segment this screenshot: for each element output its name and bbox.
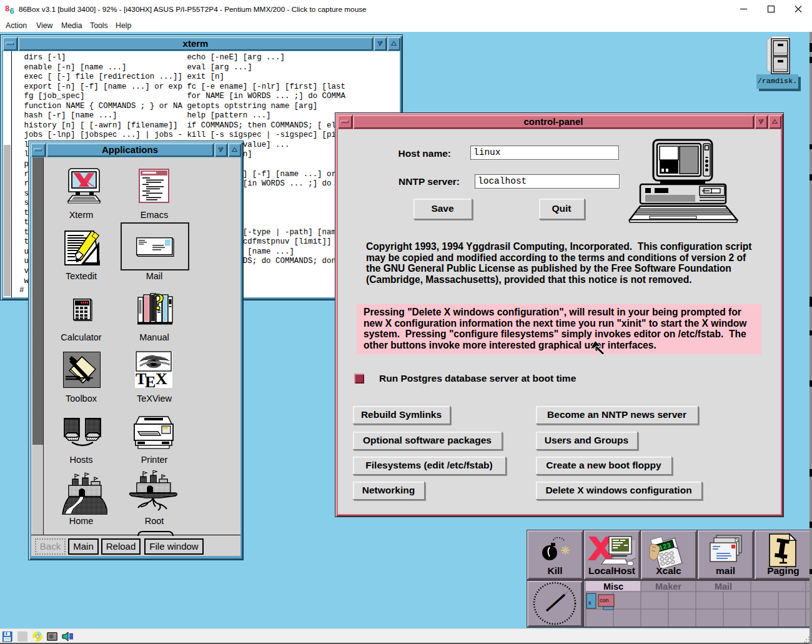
svg-text:con: con (600, 597, 609, 603)
svg-text:X: X (156, 370, 167, 388)
svg-text:Maker: Maker (655, 582, 681, 592)
svg-text:8: 8 (5, 4, 9, 13)
svg-text:6: 6 (10, 6, 14, 14)
svg-text:Mail: Mail (715, 582, 732, 592)
svg-text:Misc: Misc (603, 582, 623, 592)
svg-text:x: x (588, 600, 592, 606)
svg-text:E: E (145, 373, 156, 388)
svg-text:?: ? (153, 291, 165, 315)
